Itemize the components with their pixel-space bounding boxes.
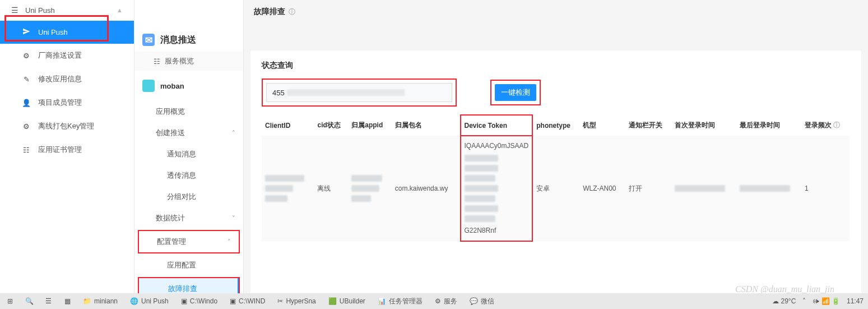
th-firstlogin: 首次登录时间 [671,115,736,136]
input-value: 455 [272,89,285,97]
cid-input-wrap[interactable]: 455 [266,83,452,102]
th-phonetype: phonetype [532,115,579,136]
result-table: ClientID cid状态 归属appid 归属包名 Device Token… [262,114,850,242]
app-icon [142,80,155,92]
cell-appid [348,136,392,241]
left-sidebar: ☰ Uni Push ▲ Uni Push ⚙ 厂商推送设置 ✎ 修改应用信息 … [0,0,134,303]
clock[interactable]: 11:47 [847,297,864,305]
sidebar-item-vendor[interactable]: ⚙ 厂商推送设置 [0,44,134,67]
help-icon[interactable]: ⓘ [289,7,295,17]
cell-devicetoken: IQAAAACy0mJSAAD G22N8Rnf [461,136,533,241]
section-title: 状态查询 [262,61,850,71]
edit-icon: ✎ [22,75,30,83]
cell-package: com.kaiwenda.wy [392,136,461,241]
sidebar-item-modify[interactable]: ✎ 修改应用信息 [0,67,134,91]
start-icon[interactable]: ⊞ [4,296,16,307]
mid-title: 消息推送 [160,34,196,46]
taskbar-app[interactable]: ▣ C:\WIND [228,296,267,306]
blurred-text [287,89,405,96]
chevron-up-icon: ˄ [232,130,235,137]
mid-header: ✉ 消息推送 [134,28,243,52]
nav-app-overview[interactable]: 应用概览 [134,101,243,122]
search-icon[interactable]: 🔍 [24,296,35,307]
th-devicetoken: Device Token [461,115,533,136]
sidebar-item-offlinekey[interactable]: ⚙ 离线打包Key管理 [0,114,134,138]
list-icon: ☷ [22,146,30,154]
pin-icon[interactable]: ▦ [62,296,73,307]
tray-chevron[interactable]: ˄ [802,297,806,305]
taskbar-app[interactable]: 💬 微信 [467,296,496,307]
sidebar-item-certs[interactable]: ☷ 应用证书管理 [0,138,134,162]
th-freq: 登录频次 ⓘ [801,115,850,136]
list-icon: ☷ [154,57,160,66]
gear-icon: ⚙ [22,52,30,59]
taskbar-app[interactable]: 📁 miniann [81,296,120,306]
nav-config-mgmt[interactable]: 配置管理 ˄ [139,231,239,252]
detect-button[interactable]: 一键检测 [495,84,536,101]
tray-icons[interactable]: 🕪 📶 🔋 [813,297,840,305]
cell-freq: 1 [801,136,850,241]
taskbar-app[interactable]: 📊 任务管理器 [375,296,425,307]
sidebar-item-label: 修改应用信息 [38,74,82,84]
th-notify: 通知栏开关 [625,115,671,136]
taskbar-app[interactable]: 🌐 Uni Push [128,296,171,306]
taskbar-app[interactable]: ▣ C:\Windo [179,296,220,306]
cell-phonetype: 安卓 [532,136,579,241]
sidebar-item-label: 厂商推送设置 [38,50,82,61]
sidebar-item-label: 项目成员管理 [38,98,82,108]
moban-group[interactable]: moban [134,71,243,101]
nav-transparent-msg[interactable]: 透传消息 [134,165,243,186]
send-icon [22,27,30,37]
weather-widget[interactable]: ☁ 29°C [772,297,796,305]
nav-notify-msg[interactable]: 通知消息 [134,144,243,165]
cell-model: WLZ-AN00 [579,136,625,241]
menu-icon: ☰ [11,6,18,15]
nav-create-push[interactable]: 创建推送 ˄ [134,122,243,144]
cell-cidstatus: 离线 [314,136,348,241]
taskview-icon[interactable]: ☰ [43,296,54,307]
taskbar[interactable]: ⊞ 🔍 ☰ ▦ 📁 miniann 🌐 Uni Push ▣ C:\Windo … [0,293,868,309]
chevron-down-icon: ˅ [232,215,235,222]
cell-firstlogin [671,136,736,241]
sidebar-item-label: Uni Push [38,28,68,36]
user-icon: 👤 [22,99,30,107]
cell-lastlogin [736,136,801,241]
cell-notify: 打开 [625,136,671,241]
sidebar-title: Uni Push [25,6,110,15]
gear-icon: ⚙ [22,122,30,130]
chevron-up-icon: ▲ [117,7,123,13]
taskbar-app[interactable]: ✂ HyperSna [275,296,318,306]
th-model: 机型 [579,115,625,136]
chevron-up-icon: ˄ [228,238,231,246]
service-overview[interactable]: ☷ 服务概览 [134,52,243,71]
th-appid: 归属appid [348,115,392,136]
sidebar-item-members[interactable]: 👤 项目成员管理 [0,91,134,114]
nav-app-config[interactable]: 应用配置 [134,255,243,276]
taskbar-app[interactable]: ⚙ 服务 [433,296,459,307]
main-content: 故障排查 ⓘ 状态查询 455 一键检测 ClientID cid状态 [244,0,868,303]
message-icon: ✉ [142,34,155,46]
sidebar-item-unipush[interactable]: Uni Push [0,21,134,44]
sidebar-item-label: 离线打包Key管理 [38,121,94,131]
nav-data-stats[interactable]: 数据统计 ˅ [134,207,243,229]
mid-sidebar: ✉ 消息推送 ☷ 服务概览 moban 应用概览 创建推送 ˄ 通知消息 透传消… [134,0,244,303]
help-icon[interactable]: ⓘ [833,121,840,129]
cell-clientid [262,136,314,241]
table-row: 离线 com.kaiwenda.wy IQAAAACy0mJSAAD G22N8… [262,136,850,241]
sidebar-item-label: 应用证书管理 [38,145,82,155]
page-title: 故障排查 ⓘ [250,0,861,24]
th-lastlogin: 最后登录时间 [736,115,801,136]
sidebar-header[interactable]: ☰ Uni Push ▲ [0,0,134,21]
nav-group-compare[interactable]: 分组对比 [134,186,243,207]
th-clientid: ClientID [262,115,314,136]
taskbar-app[interactable]: 🟩 UBuilder [326,296,368,306]
th-package: 归属包名 [392,115,461,136]
th-cidstatus: cid状态 [314,115,348,136]
